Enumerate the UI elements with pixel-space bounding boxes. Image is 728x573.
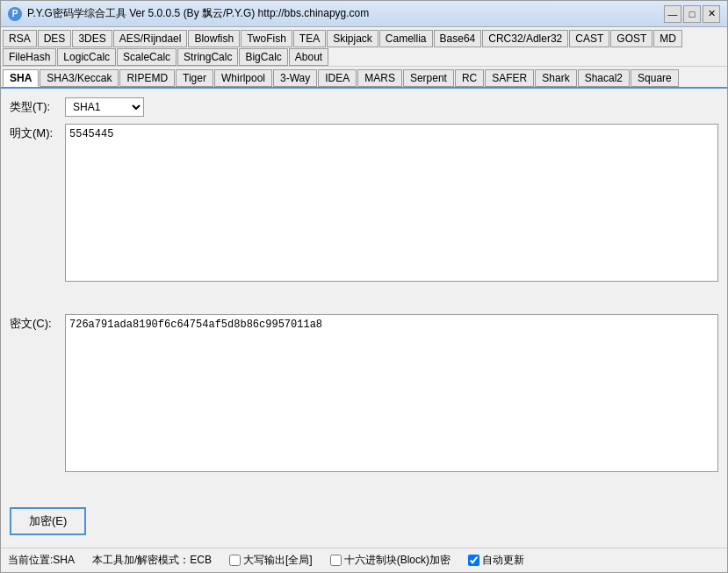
- menu-tab-rsa[interactable]: RSA: [3, 30, 37, 47]
- sub-tab-tiger[interactable]: Tiger: [176, 69, 213, 87]
- sub-tab-sha[interactable]: SHA: [3, 69, 39, 87]
- minimize-button[interactable]: —: [664, 5, 681, 23]
- sub-tab-3-way[interactable]: 3-Way: [273, 69, 317, 87]
- uppercase-label: 大写输出[全局]: [243, 553, 313, 568]
- close-button[interactable]: ✕: [703, 5, 720, 23]
- content-area: 类型(T): SHA1SHA256SHA384SHA512 明文(M): 密文(…: [1, 89, 727, 548]
- menu-tab-base64[interactable]: Base64: [434, 30, 482, 47]
- ciphertext-input[interactable]: [65, 314, 718, 472]
- menu-tab-gost[interactable]: GOST: [610, 30, 652, 47]
- title-bar: P P.Y.G密码学综合工具 Ver 5.0.0.5 (By 飘云/P.Y.G)…: [1, 1, 727, 27]
- plaintext-label: 明文(M):: [10, 124, 58, 141]
- sub-tab-shacal2[interactable]: Shacal2: [578, 69, 630, 87]
- menu-tab-3des[interactable]: 3DES: [72, 30, 112, 47]
- window-title: P.Y.G密码学综合工具 Ver 5.0.0.5 (By 飘云/P.Y.G) h…: [27, 6, 664, 21]
- status-mode: 本工具加/解密模式：ECB: [92, 553, 212, 568]
- plaintext-input[interactable]: [65, 124, 718, 282]
- sub-tab-square[interactable]: Square: [631, 69, 679, 87]
- status-position: 当前位置:SHA: [8, 553, 75, 568]
- auto-update-label: 自动更新: [482, 553, 524, 568]
- app-icon: P: [8, 7, 22, 21]
- action-row: 加密(E): [10, 504, 718, 539]
- menu-tab-skipjack[interactable]: Skipjack: [327, 30, 378, 47]
- maximize-button[interactable]: □: [683, 5, 701, 23]
- ciphertext-label: 密文(C):: [10, 314, 58, 332]
- hex-label: 十六进制块(Block)加密: [344, 553, 450, 568]
- auto-update-checkbox-wrapper: 自动更新: [468, 553, 524, 568]
- menu-tab-logiccalc[interactable]: LogicCalc: [57, 48, 116, 66]
- sub-tabs: SHASHA3/KeccakRIPEMDTigerWhirlpool3-WayI…: [1, 67, 727, 89]
- menu-tab-aes-rijndael[interactable]: AES/Rijndael: [113, 30, 188, 47]
- menu-row-2: FileHashLogicCalcScaleCalcStringCalcBigC…: [3, 47, 725, 66]
- auto-update-checkbox[interactable]: [468, 555, 479, 566]
- sub-tab-shark[interactable]: Shark: [535, 69, 576, 87]
- menu-tab-bigcalc[interactable]: BigCalc: [239, 48, 287, 66]
- menu-row-1: RSADES3DESAES/RijndaelBlowfishTwoFishTEA…: [3, 29, 725, 47]
- hex-checkbox[interactable]: [330, 555, 342, 566]
- sub-tab-whirlpool[interactable]: Whirlpool: [214, 69, 272, 87]
- menu-tab-md[interactable]: MD: [653, 30, 682, 47]
- sub-tab-idea[interactable]: IDEA: [318, 69, 357, 87]
- sub-tab-ripemd[interactable]: RIPEMD: [119, 69, 175, 87]
- status-bar: 当前位置:SHA 本工具加/解密模式：ECB 大写输出[全局] 十六进制块(Bl…: [1, 548, 727, 572]
- plaintext-group: 明文(M):: [10, 124, 718, 307]
- menu-tab-des[interactable]: DES: [38, 30, 72, 47]
- sub-tab-sha3-keccak[interactable]: SHA3/Keccak: [40, 69, 119, 87]
- menu-tab-stringcalc[interactable]: StringCalc: [177, 48, 238, 66]
- encrypt-button[interactable]: 加密(E): [10, 507, 86, 535]
- hex-checkbox-wrapper: 十六进制块(Block)加密: [330, 553, 450, 568]
- sub-tab-mars[interactable]: MARS: [357, 69, 402, 87]
- menu-tab-about[interactable]: About: [289, 48, 328, 66]
- menu-tab-scalecalc[interactable]: ScaleCalc: [117, 48, 177, 66]
- main-window: P P.Y.G密码学综合工具 Ver 5.0.0.5 (By 飘云/P.Y.G)…: [0, 0, 728, 573]
- menu-tab-crc32-adler32[interactable]: CRC32/Adler32: [482, 30, 568, 47]
- menu-bar-row1: RSADES3DESAES/RijndaelBlowfishTwoFishTEA…: [1, 27, 727, 67]
- sub-tab-safer[interactable]: SAFER: [485, 69, 534, 87]
- sub-tab-rc[interactable]: RC: [455, 69, 484, 87]
- menu-tab-cast[interactable]: CAST: [569, 30, 609, 47]
- menu-tab-twofish[interactable]: TwoFish: [241, 30, 292, 47]
- type-select[interactable]: SHA1SHA256SHA384SHA512: [65, 97, 144, 117]
- type-label: 类型(T):: [10, 99, 58, 115]
- type-row: 类型(T): SHA1SHA256SHA384SHA512: [10, 97, 718, 117]
- menu-tab-filehash[interactable]: FileHash: [3, 48, 56, 66]
- window-controls: — □ ✕: [664, 5, 720, 23]
- uppercase-checkbox[interactable]: [229, 555, 241, 566]
- sub-tab-serpent[interactable]: Serpent: [403, 69, 454, 87]
- uppercase-checkbox-wrapper: 大写输出[全局]: [229, 553, 313, 568]
- ciphertext-group: 密文(C):: [10, 314, 718, 498]
- menu-tab-camellia[interactable]: Camellia: [379, 30, 433, 47]
- menu-tab-tea[interactable]: TEA: [293, 30, 326, 47]
- menu-tab-blowfish[interactable]: Blowfish: [188, 30, 240, 47]
